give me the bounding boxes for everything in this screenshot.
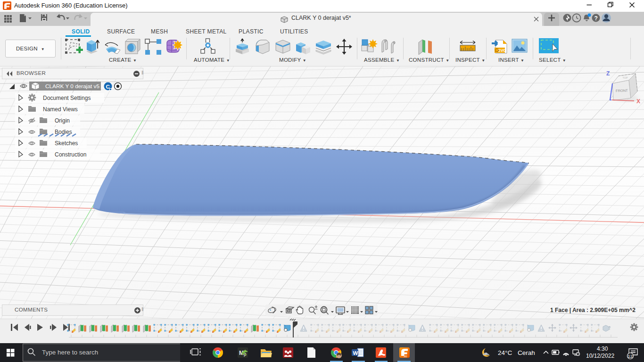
svg-text:10/12/2022: 10/12/2022	[586, 353, 614, 359]
svg-text:Z: Z	[606, 70, 610, 77]
svg-text:CLARK Y 0 derajat v5*: CLARK Y 0 derajat v5*	[291, 15, 351, 21]
svg-text:Construction: Construction	[55, 151, 86, 158]
svg-text:SVG: SVG	[498, 48, 506, 53]
svg-text:12: 12	[628, 354, 633, 359]
svg-text:Sketches: Sketches	[55, 140, 78, 147]
svg-text:TOP: TOP	[622, 76, 628, 79]
svg-text:Named Views: Named Views	[43, 106, 78, 113]
svg-text:C: C	[106, 84, 110, 90]
svg-text:24°C: 24°C	[498, 349, 512, 356]
svg-text:4:30: 4:30	[597, 346, 608, 352]
svg-text:Document Settings: Document Settings	[43, 95, 91, 101]
svg-text:W: W	[353, 350, 358, 356]
svg-text:Cerah: Cerah	[518, 349, 535, 356]
svg-text:X: X	[636, 98, 640, 105]
svg-text:360: 360	[404, 355, 407, 358]
svg-text:CLARK Y 0 derajat v5: CLARK Y 0 derajat v5	[45, 83, 99, 90]
svg-text:FRONT: FRONT	[616, 89, 628, 93]
svg-text:Origin: Origin	[55, 117, 70, 124]
svg-text:?: ?	[594, 15, 598, 22]
